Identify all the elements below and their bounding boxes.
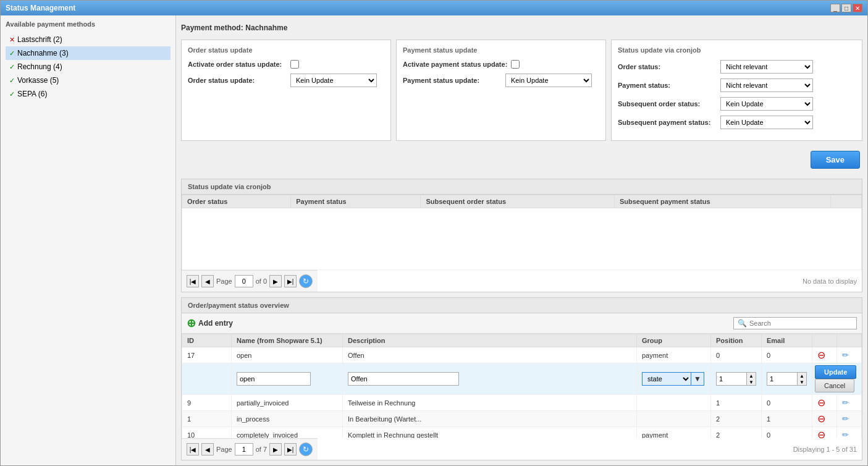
edit-button[interactable]: ✏ (842, 414, 849, 423)
update-button[interactable]: Update (815, 365, 856, 379)
refresh-button[interactable]: ↻ (299, 443, 313, 456)
x-icon: ✕ (9, 36, 15, 44)
prev-page-button[interactable]: ◀ (201, 275, 214, 287)
email-input[interactable] (767, 372, 798, 386)
cancel-button[interactable]: Cancel (815, 379, 854, 392)
edit-cell-id (182, 363, 232, 395)
add-entry-button[interactable]: ⊕ Add entry (187, 318, 233, 329)
order-status-title: Order status update (188, 46, 384, 54)
subsequent-payment-select[interactable]: Kein Update (720, 116, 813, 129)
col-group: Group (637, 334, 711, 347)
table-row: 1 in_process In Bearbeitung (Wartet... 2… (182, 411, 862, 427)
payment-method-header: Payment method: Nachnahme (181, 20, 862, 35)
subsequent-order-select[interactable]: Kein Update (720, 97, 813, 111)
sidebar-item-sepa[interactable]: ✓ SEPA (6) (6, 87, 171, 101)
order-update-select[interactable]: Kein Update (290, 74, 377, 87)
cell-group (637, 395, 711, 411)
cell-edit: ✏ (837, 395, 862, 411)
email-down-button[interactable]: ▼ (798, 379, 806, 385)
page-input[interactable] (235, 443, 253, 455)
right-panel: Payment method: Nachnahme Order status u… (176, 15, 867, 465)
edit-cell-group: state payment ▼ (637, 363, 711, 395)
delete-button[interactable]: ⊖ (817, 413, 825, 425)
group-select[interactable]: state payment (642, 372, 691, 386)
cell-description: Komplett in Rechnung gestellt (343, 427, 637, 439)
cell-email: 0 (762, 347, 812, 363)
payment-status-cron-select[interactable]: Nicht relevant (720, 78, 813, 92)
payment-update-row: Payment status update: Kein Update (403, 74, 599, 87)
table-row: 17 open Offen payment 0 0 ⊖ ✏ (182, 347, 862, 363)
edit-cell-position: ▲ ▼ (711, 363, 762, 395)
edit-action-cell: Update Cancel (812, 363, 862, 395)
subsequent-order-row: Subsequent order status: Kein Update (618, 97, 856, 111)
edit-name-input[interactable] (237, 372, 311, 386)
sidebar-item-label: Nachnahme (3) (17, 49, 69, 57)
cell-edit: ✏ (837, 347, 862, 363)
minimize-button[interactable]: _ (830, 4, 840, 12)
payment-status-cron-row: Payment status: Nicht relevant (618, 78, 856, 92)
cell-delete: ⊖ (812, 395, 837, 411)
check-icon: ✓ (9, 77, 15, 85)
subsequent-payment-row: Subsequent payment status: Kein Update (618, 116, 856, 129)
cell-email: 1 (762, 411, 812, 427)
sidebar-item-lastschrift[interactable]: ✕ Lastschrift (2) (6, 33, 171, 46)
email-spinner: ▲ ▼ (767, 372, 807, 386)
cell-position: 2 (711, 411, 762, 427)
save-button[interactable]: Save (811, 151, 860, 169)
cell-email: 0 (762, 427, 812, 439)
cell-name: partially_invoiced (232, 395, 343, 411)
payment-status-panel: Payment status update Activate payment s… (396, 40, 606, 141)
sidebar-item-nachnahme[interactable]: ✓ Nachnahme (3) (6, 46, 171, 60)
order-update-select-container: Kein Update (290, 74, 377, 87)
add-icon: ⊕ (187, 318, 196, 329)
delete-button[interactable]: ⊖ (817, 429, 825, 438)
first-page-button[interactable]: |◀ (187, 443, 199, 455)
col-delete (812, 334, 837, 347)
prev-page-button[interactable]: ◀ (201, 443, 214, 455)
cell-group: payment (637, 427, 711, 439)
position-spin-buttons: ▲ ▼ (747, 372, 756, 386)
sidebar-item-label: SEPA (6) (17, 90, 47, 98)
group-arrow[interactable]: ▼ (691, 372, 704, 386)
email-up-button[interactable]: ▲ (798, 373, 806, 379)
payment-update-select[interactable]: Kein Update (505, 74, 592, 87)
sidebar-item-rechnung[interactable]: ✓ Rechnung (4) (6, 60, 171, 74)
cell-name: in_process (232, 411, 343, 427)
close-button[interactable]: ✕ (853, 4, 862, 12)
col-subsequent-payment: Subsequent payment status (614, 195, 830, 208)
edit-button[interactable]: ✏ (842, 350, 849, 360)
position-input[interactable] (716, 372, 747, 386)
position-up-button[interactable]: ▲ (747, 373, 756, 379)
sidebar-item-vorkasse[interactable]: ✓ Vorkasse (5) (6, 74, 171, 87)
position-down-button[interactable]: ▼ (747, 379, 756, 385)
delete-button[interactable]: ⊖ (817, 397, 825, 409)
cell-position: 1 (711, 395, 762, 411)
last-page-button[interactable]: ▶| (284, 275, 297, 287)
search-input[interactable] (749, 320, 848, 327)
last-page-button[interactable]: ▶| (284, 443, 297, 455)
delete-button[interactable]: ⊖ (817, 349, 825, 361)
activate-order-checkbox[interactable] (290, 60, 299, 69)
edit-cell-email: ▲ ▼ (762, 363, 812, 395)
add-entry-label: Add entry (198, 319, 233, 328)
refresh-button[interactable]: ↻ (299, 274, 313, 288)
maximize-button[interactable]: □ (841, 4, 851, 12)
activate-payment-checkbox[interactable] (511, 60, 520, 69)
status-table: Order status Payment status Subsequent o… (182, 195, 862, 270)
edit-button[interactable]: ✏ (842, 430, 849, 438)
cell-position: 0 (711, 347, 762, 363)
cell-id: 10 (182, 427, 232, 439)
sidebar-item-label: Vorkasse (5) (17, 76, 59, 85)
edit-description-input[interactable] (348, 372, 459, 386)
order-status-cron-select[interactable]: Nicht relevant (720, 60, 813, 74)
edit-button[interactable]: ✏ (842, 398, 849, 407)
page-input[interactable] (235, 275, 253, 287)
panels-row: Order status update Activate order statu… (181, 40, 862, 141)
cell-description: Teilweise in Rechnung (343, 395, 637, 411)
window-controls: _ □ ✕ (830, 4, 862, 12)
order-update-label: Order status update: (188, 77, 287, 84)
overview-table-container: ID Name (from Shopware 5.1) Description … (182, 334, 862, 438)
first-page-button[interactable]: |◀ (187, 275, 199, 287)
next-page-button[interactable]: ▶ (269, 275, 282, 287)
next-page-button[interactable]: ▶ (269, 443, 282, 455)
